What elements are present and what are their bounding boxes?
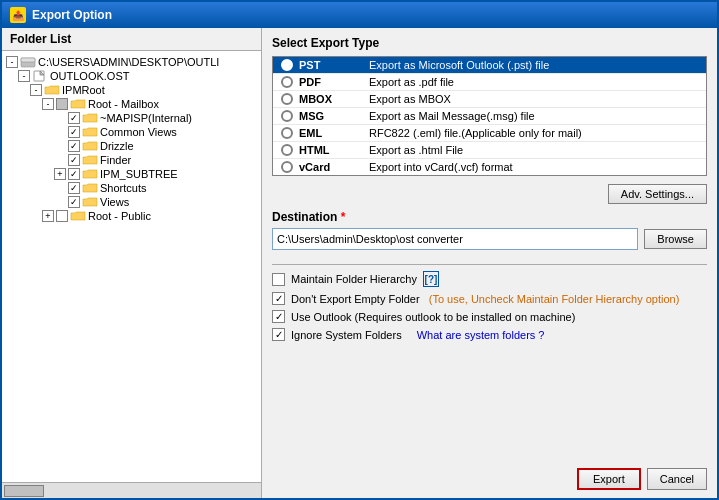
folder-tree[interactable]: - C:\USERS\ADMIN\DESKTOP\OUTLI - OUTLOOK… — [2, 51, 261, 482]
expander-root-drive[interactable]: - — [6, 56, 18, 68]
export-desc-eml: RFC822 (.eml) file.(Applicable only for … — [369, 127, 698, 139]
export-label-pdf: PDF — [299, 76, 369, 88]
radio-mbox[interactable] — [281, 93, 293, 105]
expander-root-public[interactable]: + — [42, 210, 54, 222]
tree-label-common-views: Common Views — [100, 126, 177, 138]
expander-outlook-ost[interactable]: - — [18, 70, 30, 82]
checkbox-maintain-hierarchy[interactable] — [272, 273, 285, 286]
folder-icon-shortcuts — [82, 182, 98, 194]
export-desc-html: Export as .html File — [369, 144, 698, 156]
radio-row-mbox[interactable]: MBOX Export as MBOX — [273, 91, 706, 108]
checkbox-use-outlook[interactable] — [272, 310, 285, 323]
option-label-use-outlook: Use Outlook (Requires outlook to be inst… — [291, 311, 575, 323]
folder-icon-mailbox — [70, 98, 86, 110]
export-label-vcard: vCard — [299, 161, 369, 173]
tree-item-root-public[interactable]: + Root - Public — [2, 209, 261, 223]
checkbox-root-mailbox[interactable] — [56, 98, 68, 110]
file-icon — [32, 70, 48, 82]
cancel-button[interactable]: Cancel — [647, 468, 707, 490]
checkbox-ignore-system[interactable] — [272, 328, 285, 341]
checkbox-views[interactable] — [68, 196, 80, 208]
radio-row-vcard[interactable]: vCard Export into vCard(.vcf) format — [273, 159, 706, 175]
tree-item-common-views[interactable]: Common Views — [2, 125, 261, 139]
tree-label-root-public: Root - Public — [88, 210, 151, 222]
tree-item-outlook-ost[interactable]: - OUTLOOK.OST — [2, 69, 261, 83]
drive-icon — [20, 56, 36, 68]
checkbox-drizzle[interactable] — [68, 140, 80, 152]
horizontal-scrollbar-area[interactable] — [2, 482, 261, 498]
checkbox-ipm-subtree[interactable] — [68, 168, 80, 180]
folder-icon-mapisp — [82, 112, 98, 124]
expander-root-mailbox[interactable]: - — [42, 98, 54, 110]
radio-pst[interactable] — [281, 59, 293, 71]
folder-icon-drizzle — [82, 140, 98, 152]
browse-button[interactable]: Browse — [644, 229, 707, 249]
title-bar: 📤 Export Option — [2, 2, 717, 28]
tree-item-root-mailbox[interactable]: - Root - Mailbox — [2, 97, 261, 111]
checkbox-dont-export-empty[interactable] — [272, 292, 285, 305]
folder-icon-ipm — [44, 84, 60, 96]
option-label-ignore-system: Ignore System Folders — [291, 329, 402, 341]
export-desc-vcard: Export into vCard(.vcf) format — [369, 161, 698, 173]
export-desc-mbox: Export as MBOX — [369, 93, 698, 105]
help-badge-hierarchy[interactable]: [?] — [423, 271, 439, 287]
folder-list-panel: Folder List - C:\USERS\ADMIN\DESKTOP\OUT… — [2, 28, 262, 498]
radio-vcard[interactable] — [281, 161, 293, 173]
tree-item-ipm-root[interactable]: - IPMRoot — [2, 83, 261, 97]
horizontal-scrollbar[interactable] — [2, 484, 261, 498]
checkbox-shortcuts[interactable] — [68, 182, 80, 194]
radio-row-pst[interactable]: PST Export as Microsoft Outlook (.pst) f… — [273, 57, 706, 74]
export-desc-msg: Export as Mail Message(.msg) file — [369, 110, 698, 122]
folder-icon-finder — [82, 154, 98, 166]
option-maintain-hierarchy: Maintain Folder Hierarchy [?] — [272, 271, 707, 287]
tree-item-root-drive[interactable]: - C:\USERS\ADMIN\DESKTOP\OUTLI — [2, 55, 261, 69]
checkbox-finder[interactable] — [68, 154, 80, 166]
export-desc-pst: Export as Microsoft Outlook (.pst) file — [369, 59, 698, 71]
tree-label-drizzle: Drizzle — [100, 140, 134, 152]
expander-ipm-subtree[interactable]: + — [54, 168, 66, 180]
tree-item-finder[interactable]: Finder — [2, 153, 261, 167]
radio-row-eml[interactable]: EML RFC822 (.eml) file.(Applicable only … — [273, 125, 706, 142]
options-section: Maintain Folder Hierarchy [?] Don't Expo… — [272, 271, 707, 341]
export-desc-pdf: Export as .pdf file — [369, 76, 698, 88]
option-note-dont-export-empty: (To use, Uncheck Maintain Folder Hierarc… — [426, 293, 680, 305]
bottom-buttons: Export Cancel — [272, 460, 707, 490]
destination-row: Browse — [272, 228, 707, 250]
tree-item-drizzle[interactable]: Drizzle — [2, 139, 261, 153]
tree-item-mapisp[interactable]: ~MAPISP(Internal) — [2, 111, 261, 125]
tree-item-ipm-subtree[interactable]: + IPM_SUBTREE — [2, 167, 261, 181]
window-title: Export Option — [32, 8, 112, 22]
export-button[interactable]: Export — [577, 468, 641, 490]
radio-pdf[interactable] — [281, 76, 293, 88]
export-type-box: PST Export as Microsoft Outlook (.pst) f… — [272, 56, 707, 176]
radio-row-html[interactable]: HTML Export as .html File — [273, 142, 706, 159]
system-folders-link[interactable]: What are system folders ? — [417, 329, 545, 341]
radio-row-msg[interactable]: MSG Export as Mail Message(.msg) file — [273, 108, 706, 125]
radio-row-pdf[interactable]: PDF Export as .pdf file — [273, 74, 706, 91]
required-marker: * — [337, 210, 345, 224]
svg-rect-2 — [34, 71, 44, 81]
checkbox-common-views[interactable] — [68, 126, 80, 138]
export-label-msg: MSG — [299, 110, 369, 122]
tree-label-views: Views — [100, 196, 129, 208]
export-type-title: Select Export Type — [272, 36, 707, 50]
tree-item-views[interactable]: Views — [2, 195, 261, 209]
tree-label-root-drive: C:\USERS\ADMIN\DESKTOP\OUTLI — [38, 56, 219, 68]
tree-item-shortcuts[interactable]: Shortcuts — [2, 181, 261, 195]
tree-label-mapisp: ~MAPISP(Internal) — [100, 112, 192, 124]
content-area: Folder List - C:\USERS\ADMIN\DESKTOP\OUT… — [2, 28, 717, 498]
checkbox-mapisp[interactable] — [68, 112, 80, 124]
radio-html[interactable] — [281, 144, 293, 156]
tree-label-shortcuts: Shortcuts — [100, 182, 146, 194]
tree-label-root-mailbox: Root - Mailbox — [88, 98, 159, 110]
destination-input[interactable] — [272, 228, 638, 250]
option-ignore-system: Ignore System Folders What are system fo… — [272, 328, 707, 341]
radio-msg[interactable] — [281, 110, 293, 122]
folder-icon-ipm-subtree — [82, 168, 98, 180]
adv-settings-button[interactable]: Adv. Settings... — [608, 184, 707, 204]
radio-eml[interactable] — [281, 127, 293, 139]
checkbox-root-public[interactable] — [56, 210, 68, 222]
expander-ipm-root[interactable]: - — [30, 84, 42, 96]
scrollbar-thumb[interactable] — [4, 485, 44, 497]
destination-section: Destination * Browse — [272, 210, 707, 250]
